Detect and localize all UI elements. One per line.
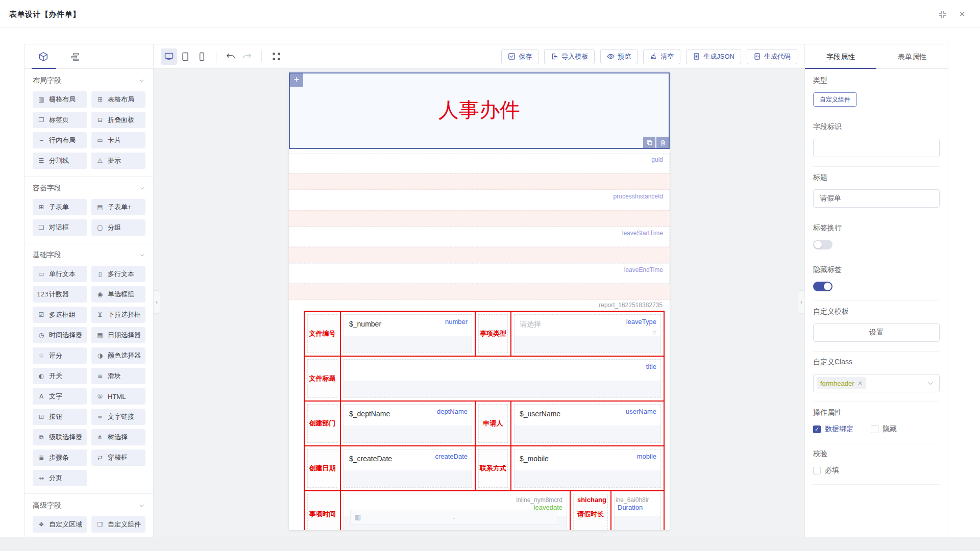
- delete-component-button[interactable]: [656, 137, 669, 148]
- palette-item[interactable]: A文字: [33, 388, 87, 405]
- daterange-picker[interactable]: ▦ -: [350, 510, 557, 525]
- tab-outline-layers-icon[interactable]: [68, 50, 82, 63]
- palette-item[interactable]: ◉单选框组: [91, 286, 145, 303]
- palette-item[interactable]: ⊡按钮: [33, 409, 87, 425]
- clear-button[interactable]: 清空: [643, 49, 680, 64]
- fullscreen-button[interactable]: [268, 48, 284, 65]
- palette-item[interactable]: ≣步骤条: [33, 449, 87, 466]
- label-cell[interactable]: 联系方式: [478, 449, 508, 488]
- collapse-left-handle[interactable]: ‹: [154, 290, 160, 314]
- label-cell[interactable]: 文件标题: [307, 359, 337, 398]
- import-template-button[interactable]: 导入模板: [544, 49, 595, 64]
- checkbox-icon[interactable]: [871, 425, 878, 433]
- label-cell[interactable]: 创建日期: [307, 449, 337, 488]
- daterange-field-cell[interactable]: inline_nym8mcrd leavedate ▦ -: [344, 494, 567, 530]
- label-cell[interactable]: 事项类型: [478, 314, 508, 353]
- palette-item[interactable]: ☰分割线: [33, 153, 87, 169]
- label-cell[interactable]: 事项时间: [307, 494, 337, 530]
- section-header[interactable]: 基础字段: [33, 251, 145, 260]
- input-field-cell[interactable]: title: [344, 359, 661, 398]
- section-header[interactable]: 高级字段: [33, 501, 145, 510]
- palette-item[interactable]: ◐开关: [33, 368, 87, 384]
- selected-form-header-component[interactable]: + 人事办件: [289, 72, 670, 149]
- redo-button[interactable]: [239, 48, 255, 65]
- custom-class-select[interactable]: formheader ✕: [813, 374, 940, 392]
- move-handle-icon[interactable]: +: [290, 73, 303, 87]
- hide-tag-toggle[interactable]: [813, 282, 832, 291]
- field-component[interactable]: leaveStartTime: [289, 227, 670, 247]
- palette-item[interactable]: ┅行内布局: [33, 132, 87, 148]
- required-checkbox-row[interactable]: 必填: [813, 466, 940, 475]
- palette-item[interactable]: ▯多行文本: [91, 266, 145, 282]
- label-cell[interactable]: 申请人: [478, 404, 508, 443]
- palette-item[interactable]: ▤子表单+: [91, 199, 145, 215]
- device-mobile-button[interactable]: [193, 48, 210, 65]
- undo-button[interactable]: [223, 48, 239, 65]
- title-input[interactable]: [813, 189, 940, 208]
- preview-button[interactable]: 预览: [600, 49, 638, 64]
- generate-code-button[interactable]: 生成代码: [747, 49, 797, 64]
- field-component[interactable]: guid: [289, 153, 670, 173]
- checkbox-checked-icon[interactable]: [813, 425, 821, 433]
- label-cell[interactable]: 创建部门: [307, 404, 337, 443]
- tab-components-cube-icon[interactable]: [37, 50, 50, 63]
- label-cell[interactable]: 文件编号: [307, 314, 337, 353]
- palette-item[interactable]: ◑颜色选择器: [91, 347, 145, 364]
- palette-item[interactable]: ⧉级联选择器: [33, 429, 87, 445]
- palette-item[interactable]: ∞文字链接: [91, 409, 145, 425]
- copy-component-button[interactable]: [643, 137, 655, 148]
- palette-item[interactable]: ❖自定义区域: [33, 516, 87, 533]
- generate-json-button[interactable]: 生成JSON: [686, 49, 741, 64]
- palette-item[interactable]: ▭卡片: [91, 132, 145, 148]
- collapse-right-handle[interactable]: ›: [798, 290, 804, 314]
- field-id-input[interactable]: [813, 139, 940, 157]
- section-header[interactable]: 容器字段: [33, 184, 145, 193]
- input-field-cell[interactable]: $_mobile mobile: [514, 449, 661, 488]
- duration-field-cell[interactable]: ine_6ai0h8lr Duration: [614, 494, 661, 530]
- hide-checkbox-row[interactable]: 隐藏: [871, 424, 897, 434]
- section-header[interactable]: 布局字段: [33, 76, 145, 85]
- palette-item[interactable]: ◷时间选择器: [33, 327, 87, 343]
- palette-item[interactable]: ⊞子表单: [33, 199, 87, 215]
- input-field-cell[interactable]: $_deptName deptName: [344, 404, 472, 443]
- palette-item[interactable]: ▭单行文本: [33, 266, 87, 282]
- save-button[interactable]: 保存: [501, 49, 538, 64]
- remove-tag-icon[interactable]: ✕: [857, 380, 862, 387]
- select-field-cell[interactable]: 请选择 leaveType ▽: [514, 314, 661, 353]
- palette-item[interactable]: 123计数器: [33, 286, 87, 303]
- palette-item[interactable]: ▥栅格布局: [33, 91, 87, 108]
- palette-item[interactable]: ❏对话框: [33, 219, 87, 236]
- palette-item[interactable]: ☑多选框组: [33, 307, 87, 323]
- palette-item[interactable]: ↔分页: [33, 470, 87, 486]
- checkbox-icon[interactable]: [813, 467, 821, 474]
- palette-item[interactable]: ⚠提示: [91, 153, 145, 169]
- palette-item[interactable]: ❒自定义组件: [91, 516, 145, 533]
- data-bind-checkbox-row[interactable]: 数据绑定: [813, 424, 853, 434]
- palette-item[interactable]: ⊞表格布局: [91, 91, 145, 108]
- palette-item[interactable]: ❐标签页: [33, 112, 87, 128]
- palette-item[interactable]: ▦日期选择器: [91, 327, 145, 343]
- palette-item[interactable]: ⋔树选择: [91, 429, 145, 445]
- field-stripe[interactable]: [289, 173, 670, 190]
- tab-form-properties[interactable]: 表单属性: [876, 44, 948, 68]
- palette-item[interactable]: ☆评分: [33, 347, 87, 364]
- type-tag[interactable]: 自定义组件: [813, 92, 857, 107]
- palette-item[interactable]: ⊟折叠面板: [91, 112, 145, 128]
- label-wrap-toggle[interactable]: [813, 240, 832, 249]
- tab-field-properties[interactable]: 字段属性: [805, 44, 876, 68]
- input-field-cell[interactable]: $_createDate createDate: [344, 449, 472, 488]
- compress-icon[interactable]: [938, 10, 947, 19]
- device-desktop-button[interactable]: [161, 48, 177, 65]
- palette-item[interactable]: ▢分组: [91, 219, 145, 236]
- input-field-cell[interactable]: $_userName userName: [514, 404, 661, 443]
- field-stripe[interactable]: [289, 210, 670, 227]
- field-stripe[interactable]: [289, 284, 670, 300]
- palette-item[interactable]: ⑤HTML: [91, 388, 145, 405]
- field-stripe[interactable]: [289, 247, 670, 263]
- device-tablet-button[interactable]: [177, 48, 193, 65]
- label-cell[interactable]: 请假时长 shichang: [573, 494, 608, 530]
- palette-item[interactable]: ⇄穿梭框: [91, 449, 145, 466]
- palette-item[interactable]: ⊻下拉选择框: [91, 307, 145, 323]
- palette-item[interactable]: ≡滑块: [91, 368, 145, 384]
- field-component[interactable]: leaveEndTime: [289, 263, 670, 284]
